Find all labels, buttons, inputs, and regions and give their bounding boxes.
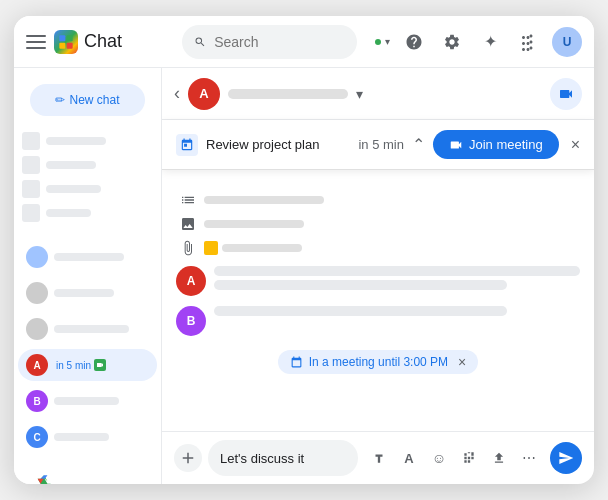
search-icon — [194, 35, 206, 49]
nav-icon — [22, 180, 40, 198]
svg-rect-2 — [59, 42, 65, 48]
in-meeting-status-row: In a meeting until 3:00 PM × — [176, 350, 580, 374]
app-window: Chat ▾ ✦ U — [14, 16, 594, 484]
send-button[interactable] — [550, 442, 582, 474]
sidebar-nav-item[interactable] — [22, 180, 153, 198]
file-icon — [204, 241, 218, 255]
upload-button[interactable] — [486, 445, 512, 471]
sidebar-chat-item[interactable]: B — [18, 385, 157, 417]
attachment-preview — [204, 241, 302, 255]
join-meeting-button[interactable]: Join meeting — [433, 130, 559, 159]
message-text-bar — [214, 280, 507, 290]
chat-item-name — [54, 433, 109, 441]
message-toolbar-area — [176, 192, 580, 256]
file-name-bar — [222, 244, 302, 252]
sidebar-chat-item[interactable] — [18, 277, 157, 309]
video-call-button[interactable] — [550, 78, 582, 110]
nav-label — [46, 209, 91, 217]
chat-item-avatar: C — [26, 426, 48, 448]
menu-icon[interactable] — [26, 32, 46, 52]
more-options-button[interactable]: ⋯ — [516, 445, 542, 471]
sidebar-nav-section — [14, 128, 161, 226]
new-chat-icon: ✏ — [55, 93, 65, 107]
input-row: A ☺ ⋯ — [174, 440, 582, 476]
svg-rect-1 — [67, 35, 73, 41]
attach-icon — [180, 240, 196, 256]
help-icon[interactable] — [400, 28, 428, 56]
message-placeholder-bar — [204, 196, 324, 204]
chat-header-name — [228, 89, 348, 99]
text-format-button[interactable]: A — [396, 445, 422, 471]
chat-name-chevron-icon[interactable]: ▾ — [356, 86, 363, 102]
message-placeholder-bar — [204, 220, 304, 228]
chat-item-badge: in 5 min — [56, 360, 91, 371]
message-row: A — [176, 266, 580, 296]
message-input-box[interactable] — [208, 440, 358, 476]
input-toolbar: A ☺ ⋯ — [364, 445, 544, 471]
toolbar-row — [180, 240, 580, 256]
chat-list: A in 5 min B C — [14, 238, 161, 456]
input-area: A ☺ ⋯ — [162, 431, 594, 484]
sidebar-bottom — [14, 456, 161, 484]
svg-rect-3 — [67, 42, 73, 48]
new-chat-label: New chat — [69, 93, 119, 107]
in-meeting-close-button[interactable]: × — [458, 354, 466, 370]
drive-icon[interactable] — [26, 464, 62, 484]
sidebar-chat-item-active[interactable]: A in 5 min — [18, 349, 157, 381]
add-attachment-button[interactable] — [174, 444, 202, 472]
user-avatar[interactable]: U — [552, 27, 582, 57]
emoji-button[interactable]: ☺ — [426, 445, 452, 471]
image-icon — [180, 216, 196, 232]
nav-label — [46, 161, 96, 169]
sparkle-icon[interactable]: ✦ — [476, 28, 504, 56]
message-text-bar — [214, 266, 580, 276]
topbar-right: ▾ ✦ U — [373, 27, 582, 57]
sidebar-chat-item[interactable] — [18, 313, 157, 345]
message-input[interactable] — [220, 451, 346, 466]
attachment-button[interactable] — [456, 445, 482, 471]
nav-label — [46, 185, 101, 193]
chat-item-name — [54, 397, 119, 405]
in-meeting-label: In a meeting until 3:00 PM — [309, 355, 448, 369]
message-content — [214, 266, 580, 294]
chat-area: ‹ A ▾ Review project plan in 5 min ⌃ — [162, 68, 594, 484]
search-bar[interactable] — [182, 25, 357, 59]
nav-icon — [22, 156, 40, 174]
message-row: B — [176, 306, 580, 336]
status-dot — [373, 37, 383, 47]
sidebar: ✏ New chat — [14, 68, 162, 484]
sidebar-nav-item[interactable] — [22, 156, 153, 174]
meeting-close-button[interactable]: × — [571, 136, 580, 154]
format-text-button[interactable] — [366, 445, 392, 471]
sidebar-nav-item[interactable] — [22, 132, 153, 150]
chat-item-name — [54, 325, 129, 333]
chat-header-avatar: A — [188, 78, 220, 110]
chat-item-avatar: A — [26, 354, 48, 376]
chat-header: ‹ A ▾ — [162, 68, 594, 120]
meeting-calendar-icon — [176, 134, 198, 156]
svg-rect-0 — [59, 35, 65, 41]
meeting-expand-icon[interactable]: ⌃ — [412, 135, 425, 154]
toolbar-row — [180, 216, 580, 232]
sidebar-chat-item[interactable]: C — [18, 421, 157, 453]
settings-icon[interactable] — [438, 28, 466, 56]
new-chat-button[interactable]: ✏ New chat — [30, 84, 145, 116]
message-avatar: B — [176, 306, 206, 336]
sidebar-nav-item[interactable] — [22, 204, 153, 222]
chat-item-avatar — [26, 282, 48, 304]
calendar-icon — [290, 356, 303, 369]
meeting-time: in 5 min — [358, 137, 404, 152]
apps-grid-icon[interactable] — [514, 28, 542, 56]
sidebar-chat-item[interactable] — [18, 241, 157, 273]
chat-item-avatar — [26, 246, 48, 268]
main-content: ✏ New chat — [14, 68, 594, 484]
topbar: Chat ▾ ✦ U — [14, 16, 594, 68]
nav-icon — [22, 204, 40, 222]
topbar-left: Chat — [26, 30, 174, 54]
search-input[interactable] — [214, 34, 345, 50]
meeting-notification-bar: Review project plan in 5 min ⌃ Join meet… — [162, 120, 594, 170]
back-button[interactable]: ‹ — [174, 83, 180, 104]
join-meeting-label: Join meeting — [469, 137, 543, 152]
chat-item-avatar — [26, 318, 48, 340]
status-indicator[interactable]: ▾ — [373, 36, 390, 47]
